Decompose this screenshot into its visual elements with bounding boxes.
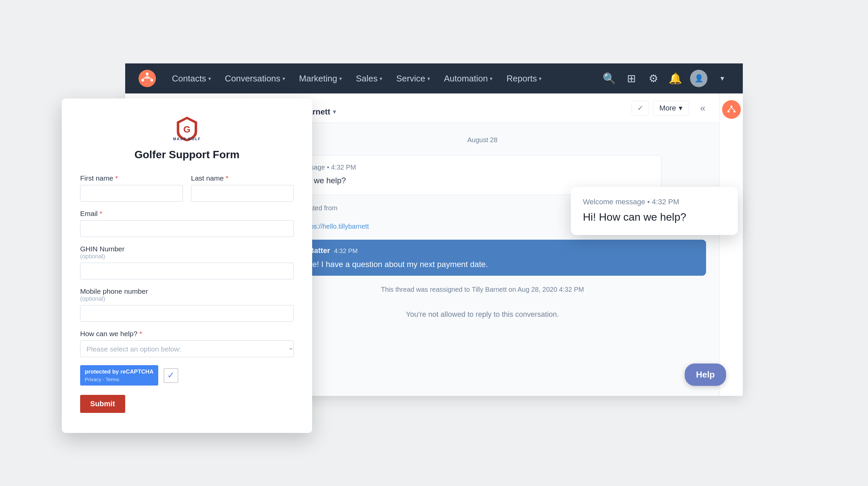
account-chevron[interactable]: ▾ bbox=[715, 71, 730, 86]
nav-sales-label: Sales bbox=[356, 73, 378, 84]
tooltip-text: Hi! How can we help? bbox=[583, 210, 726, 224]
nav-marketing[interactable]: Marketing ▾ bbox=[293, 71, 348, 87]
help-button[interactable]: Help bbox=[685, 363, 726, 386]
more-button[interactable]: More ▾ bbox=[653, 101, 689, 116]
nav-conversations[interactable]: Conversations ▾ bbox=[219, 71, 291, 87]
last-name-label: Last name * bbox=[191, 174, 294, 182]
assignee-name: Tilly Barnett ▾ bbox=[278, 107, 625, 117]
user-message-bubble: Ryan Batter 4:32 PM Hi there! I have a q… bbox=[281, 240, 706, 276]
nav-service-label: Service bbox=[396, 73, 425, 84]
user-avatar[interactable]: 👤 bbox=[690, 70, 707, 87]
support-form: G MASS GOLF Golfer Support Form First na… bbox=[62, 98, 312, 433]
assignee-info: Assignee Tilly Barnett ▾ bbox=[278, 99, 625, 117]
nav-marketing-chevron: ▾ bbox=[339, 75, 342, 82]
recaptcha-checkbox[interactable]: ✓ bbox=[163, 368, 178, 383]
svg-point-1 bbox=[146, 72, 149, 75]
form-email-field: Email * bbox=[80, 209, 294, 237]
resolve-button[interactable]: ✓ bbox=[632, 101, 649, 116]
recaptcha-badge: protected by reCAPTCHA Privacy - Terms bbox=[80, 365, 158, 386]
chat-messages: August 28 Welcome message • 4:32 PM Hi! … bbox=[245, 123, 719, 396]
marketplace-button[interactable]: ⊞ bbox=[624, 71, 639, 86]
email-input[interactable] bbox=[80, 220, 294, 237]
nav-automation-chevron: ▾ bbox=[490, 75, 492, 82]
chatting-link[interactable]: https://hello.tillybarnett bbox=[303, 223, 369, 230]
nav-reports-chevron: ▾ bbox=[539, 75, 541, 82]
svg-point-8 bbox=[725, 103, 738, 116]
first-name-input[interactable] bbox=[80, 185, 183, 202]
notifications-button[interactable]: 🔔 bbox=[668, 71, 683, 86]
phone-label: Mobile phone number (optional) bbox=[80, 287, 294, 302]
form-logo: G MASS GOLF bbox=[80, 115, 294, 142]
nav-contacts-label: Contacts bbox=[172, 73, 206, 84]
tooltip-meta: Welcome message • 4:32 PM bbox=[583, 198, 726, 206]
nav-automation[interactable]: Automation ▾ bbox=[438, 71, 499, 87]
reassigned-message: This thread was reassigned to Tilly Barn… bbox=[259, 284, 706, 295]
welcome-message-text: Hi! How can we help? bbox=[269, 174, 652, 187]
right-panel bbox=[719, 94, 743, 396]
form-first-name-field: First name * bbox=[80, 174, 183, 202]
phone-input[interactable] bbox=[80, 305, 294, 322]
svg-point-9 bbox=[731, 105, 733, 107]
nav-items: Contacts ▾ Conversations ▾ Marketing ▾ S… bbox=[166, 71, 602, 87]
nav-conversations-label: Conversations bbox=[225, 73, 280, 84]
nav-reports-label: Reports bbox=[506, 73, 537, 84]
assignee-chevron[interactable]: ▾ bbox=[333, 108, 336, 116]
user-message-time: 4:32 PM bbox=[334, 247, 358, 256]
welcome-message-meta: Welcome message • 4:32 PM bbox=[269, 164, 652, 171]
ghin-label: GHIN Number (optional) bbox=[80, 245, 294, 260]
form-last-name-field: Last name * bbox=[191, 174, 294, 202]
form-phone-field: Mobile phone number (optional) bbox=[80, 287, 294, 322]
svg-text:MASS GOLF: MASS GOLF bbox=[173, 137, 200, 141]
email-label: Email * bbox=[80, 209, 294, 218]
first-name-label: First name * bbox=[80, 174, 183, 182]
chat-panel: T Assignee Tilly Barnett ▾ ✓ More ▾ bbox=[245, 94, 719, 396]
settings-button[interactable]: ⚙ bbox=[646, 71, 661, 86]
form-name-row: First name * Last name * bbox=[80, 174, 294, 202]
header-actions: ✓ More ▾ bbox=[632, 101, 689, 116]
submit-button[interactable]: Submit bbox=[80, 395, 125, 413]
hubspot-circle-icon[interactable] bbox=[722, 100, 741, 119]
ghin-input[interactable] bbox=[80, 263, 294, 280]
nav-sales-chevron: ▾ bbox=[380, 75, 382, 82]
nav-sales[interactable]: Sales ▾ bbox=[350, 71, 388, 87]
form-ghin-field: GHIN Number (optional) bbox=[80, 245, 294, 280]
svg-point-10 bbox=[734, 110, 736, 112]
nav-conversations-chevron: ▾ bbox=[282, 75, 285, 82]
help-select[interactable]: Please select an option below: bbox=[80, 341, 294, 357]
not-allowed-message: You're not allowed to reply to this conv… bbox=[259, 303, 706, 325]
more-label: More bbox=[659, 104, 676, 112]
nav-reports[interactable]: Reports ▾ bbox=[500, 71, 548, 87]
recaptcha-protected: protected by reCAPTCHA bbox=[85, 368, 154, 375]
svg-point-2 bbox=[150, 79, 153, 82]
main-container: Contacts ▾ Conversations ▾ Marketing ▾ S… bbox=[0, 0, 868, 486]
last-name-input[interactable] bbox=[191, 185, 294, 202]
chat-header: T Assignee Tilly Barnett ▾ ✓ More ▾ bbox=[245, 94, 719, 123]
assignee-label: Assignee bbox=[278, 99, 625, 107]
nav-contacts[interactable]: Contacts ▾ bbox=[166, 71, 217, 87]
form-help-field: How can we help? * Please select an opti… bbox=[80, 330, 294, 357]
nav-automation-label: Automation bbox=[444, 73, 488, 84]
form-title: Golfer Support Form bbox=[80, 149, 294, 161]
recaptcha-links: Privacy - Terms bbox=[85, 377, 154, 382]
nav-service-chevron: ▾ bbox=[427, 75, 430, 82]
nav-service[interactable]: Service ▾ bbox=[390, 71, 436, 87]
recaptcha-row: protected by reCAPTCHA Privacy - Terms ✓ bbox=[80, 365, 294, 386]
date-divider: August 28 bbox=[259, 133, 706, 147]
help-label: How can we help? * bbox=[80, 330, 294, 338]
svg-point-11 bbox=[727, 110, 730, 112]
collapse-button[interactable]: « bbox=[695, 101, 710, 116]
svg-text:G: G bbox=[183, 124, 191, 134]
hubspot-logo[interactable] bbox=[138, 70, 156, 87]
user-message-row: H Ryan Batter 4:32 PM Hi there! I have a… bbox=[259, 240, 706, 276]
nav-marketing-label: Marketing bbox=[299, 73, 337, 84]
user-message-text: Hi there! I have a question about my nex… bbox=[289, 259, 698, 270]
more-chevron: ▾ bbox=[679, 104, 682, 112]
svg-point-3 bbox=[141, 79, 144, 82]
tooltip-popup: Welcome message • 4:32 PM Hi! How can we… bbox=[571, 187, 738, 235]
nav-contacts-chevron: ▾ bbox=[208, 75, 211, 82]
top-navigation: Contacts ▾ Conversations ▾ Marketing ▾ S… bbox=[125, 63, 743, 94]
nav-right: 🔍 ⊞ ⚙ 🔔 👤 ▾ bbox=[602, 70, 730, 87]
search-button[interactable]: 🔍 bbox=[602, 71, 617, 86]
